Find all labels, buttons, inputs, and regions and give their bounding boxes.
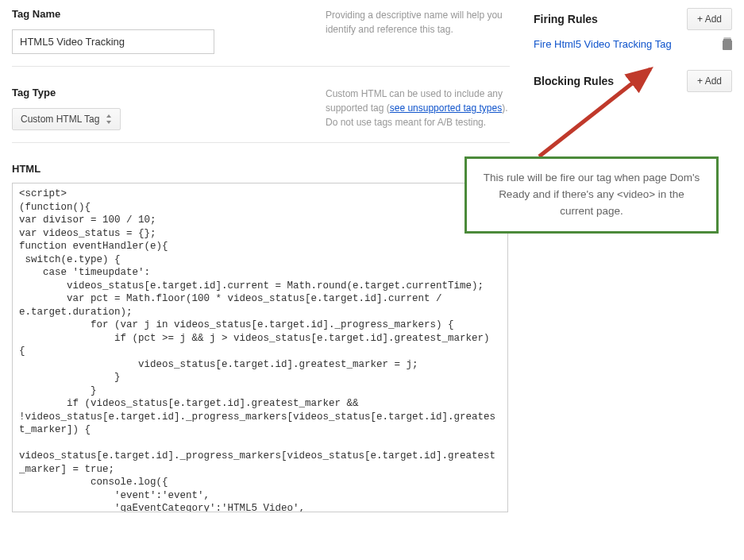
firing-rule-row: Fire Html5 Video Tracking Tag: [534, 38, 732, 50]
tag-name-label: Tag Name: [12, 8, 314, 20]
tag-name-input[interactable]: [12, 29, 214, 54]
add-blocking-rule-button[interactable]: + Add: [687, 70, 732, 92]
annotation-callout: This rule will be fire our tag when page…: [465, 156, 719, 234]
unsupported-types-link[interactable]: see unsupported tag types: [390, 102, 502, 114]
tag-name-help: Providing a descriptive name will help y…: [314, 8, 510, 54]
blocking-rules-title: Blocking Rules: [534, 75, 614, 87]
html-code-textarea[interactable]: [12, 183, 508, 512]
sort-icon: [106, 114, 112, 124]
tag-name-section: Tag Name Providing a descriptive name wi…: [12, 8, 510, 67]
trash-icon[interactable]: [723, 39, 732, 50]
firing-rule-link[interactable]: Fire Html5 Video Tracking Tag: [534, 38, 672, 50]
tag-type-help: Custom HTML can be used to include any s…: [314, 87, 510, 130]
firing-rules-title: Firing Rules: [534, 13, 598, 25]
blocking-rules-header: Blocking Rules + Add: [534, 70, 732, 92]
html-section: HTML: [12, 163, 510, 515]
firing-rules-header: Firing Rules + Add: [534, 8, 732, 30]
add-firing-rule-button[interactable]: + Add: [687, 8, 732, 30]
tag-type-section: Tag Type Custom HTML Tag Custom HTML can…: [12, 87, 510, 143]
tag-type-value: Custom HTML Tag: [21, 114, 99, 125]
tag-type-select[interactable]: Custom HTML Tag: [12, 108, 121, 130]
html-label: HTML: [12, 163, 510, 175]
tag-type-label: Tag Type: [12, 87, 314, 98]
